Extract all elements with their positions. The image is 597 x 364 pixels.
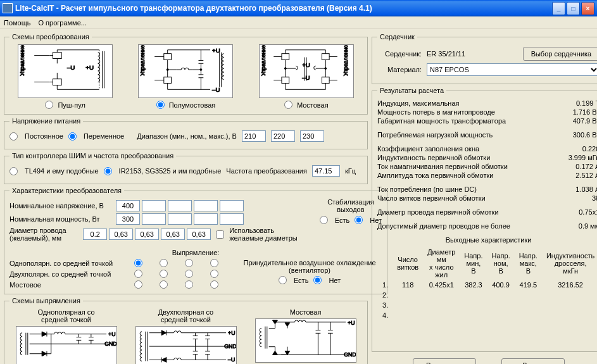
svg-text:+U: +U xyxy=(228,330,235,336)
radio-voltage-const[interactable] xyxy=(9,132,18,141)
group-rect-schemes: Схемы выпрямления Однополярная со средне… xyxy=(4,297,368,364)
result-name: Ток потребления (по шине DC) xyxy=(377,185,477,193)
titlebar: Lite-CalcIT - Расчет импульсного трансфо… xyxy=(0,0,597,16)
input-freq[interactable] xyxy=(312,165,340,177)
inputs-wire-diam xyxy=(83,229,211,240)
label-cool-yes: Есть xyxy=(294,277,308,284)
result-value: 0.9 мм xyxy=(555,222,597,230)
result-value: 0.220 xyxy=(555,145,597,153)
radio-r2-1[interactable] xyxy=(155,270,172,278)
radio-halfbridge[interactable] xyxy=(156,101,165,109)
maximize-button[interactable]: □ xyxy=(567,2,580,15)
menu-about[interactable]: О программе... xyxy=(39,19,87,27)
checkbox-use-desired[interactable] xyxy=(216,230,224,239)
radio-r2-0[interactable] xyxy=(155,259,172,267)
input-d4[interactable] xyxy=(187,229,211,240)
input-v3[interactable] xyxy=(194,200,218,211)
input-d0[interactable] xyxy=(83,229,107,240)
result-row: Габаритная мощность трансформатора407.9 … xyxy=(377,117,597,125)
input-p0[interactable] xyxy=(116,213,140,225)
radio-r1-1[interactable] xyxy=(130,270,147,278)
radio-r3-0[interactable] xyxy=(180,259,198,267)
svg-rect-5 xyxy=(53,79,62,85)
label-core: Сердечник: xyxy=(377,50,422,58)
scheme-halfbridge-diagram: Управление +U –U xyxy=(138,44,233,98)
svg-text:–U: –U xyxy=(302,74,310,81)
button-calculate[interactable]: Рассчитать xyxy=(413,358,476,364)
label-forced-cooling: Принудительное воздушное охлаждение (вен… xyxy=(237,259,382,274)
input-p4[interactable] xyxy=(220,213,244,225)
input-d3[interactable] xyxy=(161,229,185,240)
button-select-core[interactable]: Выбор сердечника xyxy=(523,47,597,61)
input-vnom[interactable] xyxy=(271,130,295,142)
input-v1[interactable] xyxy=(142,200,166,211)
svg-text:–U: –U xyxy=(228,356,235,363)
input-v2[interactable] xyxy=(168,200,192,211)
radio-r3-2[interactable] xyxy=(180,280,198,289)
input-d1[interactable] xyxy=(109,229,133,240)
svg-rect-18 xyxy=(164,54,172,60)
select-material[interactable]: N87 EPCOS xyxy=(427,63,597,76)
result-name: Габаритная мощность трансформатора xyxy=(377,117,506,125)
result-name: Коэффициент заполнения окна xyxy=(377,145,479,153)
th-ind: Индуктивность дросселя, мкГн xyxy=(543,248,597,279)
label-halfbridge: Полумостовая xyxy=(169,101,216,109)
radio-r4-0[interactable] xyxy=(206,259,223,267)
label-freq-unit: кГц xyxy=(345,167,356,175)
output-table: Число витков Диаметр мм х число жил Напр… xyxy=(377,246,597,321)
svg-marker-137 xyxy=(272,351,277,355)
th-turns: Число витков xyxy=(393,248,422,279)
result-value: 38 xyxy=(555,194,597,202)
input-v0[interactable] xyxy=(116,200,140,211)
radio-r4-1[interactable] xyxy=(206,270,223,278)
group-schemes-legend: Схемы преобразования xyxy=(9,33,92,41)
svg-marker-139 xyxy=(284,351,289,355)
result-name: Индуктивность первичной обмотки xyxy=(377,154,490,161)
label-cool-no: Нет xyxy=(329,277,341,284)
input-p2[interactable] xyxy=(168,213,192,225)
result-row: Индуктивность первичной обмотки3.999 мГн xyxy=(377,154,597,161)
radio-tl494[interactable] xyxy=(9,167,18,175)
th-vmax: Напр. макс, В xyxy=(515,248,541,279)
result-value: 0.75x1 xyxy=(555,208,597,216)
radio-r1-0[interactable] xyxy=(130,259,147,267)
result-value: 3.999 мГн xyxy=(555,154,597,161)
label-rectification: Выпрямление: xyxy=(9,249,382,256)
radio-voltage-var[interactable] xyxy=(68,132,77,141)
input-vmax[interactable] xyxy=(300,130,324,142)
menu-help[interactable]: Помощь xyxy=(4,19,31,27)
radio-stab-no[interactable] xyxy=(355,216,363,224)
label-nom-power: Номинальная мощность, Вт xyxy=(9,215,111,223)
label-range: Диапазон (мин., ном., макс.), В xyxy=(137,132,237,140)
radio-r2-2[interactable] xyxy=(155,280,172,289)
radio-stab-yes[interactable] xyxy=(320,216,328,224)
input-vmin[interactable] xyxy=(242,130,266,142)
radio-r1-2[interactable] xyxy=(130,280,147,289)
close-button[interactable]: × xyxy=(581,2,594,15)
radio-r4-2[interactable] xyxy=(206,280,223,289)
radio-bridge[interactable] xyxy=(284,101,292,109)
result-name: Амплитуда тока первичной обмотки xyxy=(377,172,493,179)
input-d2[interactable] xyxy=(135,229,159,240)
radio-pushpull[interactable] xyxy=(45,101,53,109)
svg-marker-134 xyxy=(284,323,289,327)
radio-r3-1[interactable] xyxy=(180,270,198,278)
minimize-button[interactable]: _ xyxy=(552,2,565,15)
radio-cool-no[interactable] xyxy=(313,276,322,284)
result-value: 0.172 А xyxy=(555,163,597,170)
th-n xyxy=(379,248,392,279)
svg-text:GND: GND xyxy=(224,343,236,349)
input-p1[interactable] xyxy=(142,213,166,225)
button-exit[interactable]: Выход xyxy=(501,358,565,364)
radio-ir2153[interactable] xyxy=(104,167,112,175)
radio-cool-yes[interactable] xyxy=(279,276,287,284)
svg-rect-49 xyxy=(322,77,329,84)
svg-rect-1 xyxy=(53,53,62,59)
result-row: Диаметр провода первичной обмотки0.75x1 xyxy=(377,208,597,216)
input-v4[interactable] xyxy=(220,200,244,211)
group-results-legend: Результаты расчета xyxy=(377,87,446,94)
result-name: Допустимый диаметр проводов не более xyxy=(377,222,510,230)
label-bipolar: Двухполярн. со средней точкой xyxy=(9,270,123,278)
input-p3[interactable] xyxy=(194,213,218,225)
svg-text:Управление: Управление xyxy=(342,45,349,76)
